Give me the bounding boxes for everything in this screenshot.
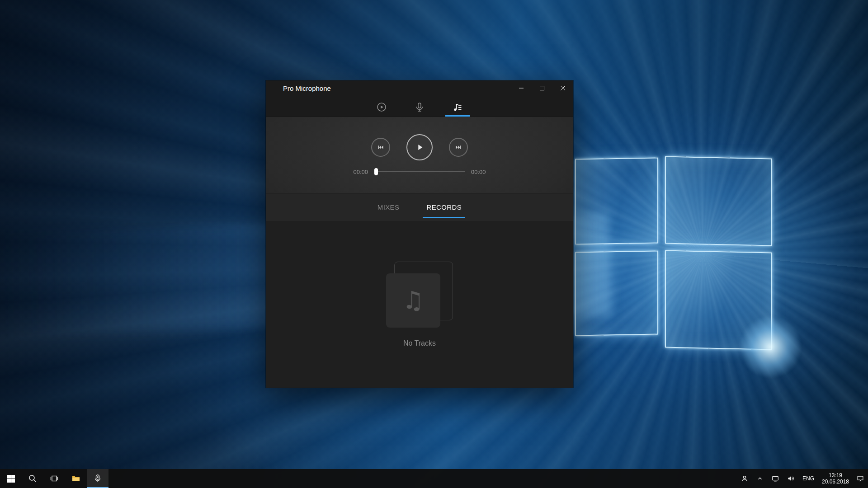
close-icon xyxy=(561,86,565,90)
windows-start-icon xyxy=(7,475,15,483)
play-icon xyxy=(414,141,425,153)
seek-thumb[interactable] xyxy=(374,168,378,175)
speaker-icon xyxy=(787,474,795,483)
progress-row: 00:00 00:00 xyxy=(353,168,486,176)
app-nav xyxy=(266,96,573,117)
tab-player[interactable] xyxy=(369,98,394,117)
language-indicator[interactable]: ENG xyxy=(798,469,818,488)
music-note-icon: ♫ xyxy=(402,286,424,314)
empty-state-label: No Tracks xyxy=(403,339,436,347)
play-circle-icon xyxy=(376,102,387,113)
window-controls xyxy=(511,80,573,96)
pro-microphone-taskbar-button[interactable] xyxy=(87,469,108,488)
records-content: ♫ No Tracks xyxy=(266,221,573,388)
player-panel: 00:00 00:00 xyxy=(266,117,573,193)
next-track-button[interactable] xyxy=(449,138,468,157)
action-center-button[interactable] xyxy=(853,469,868,488)
play-button[interactable] xyxy=(406,134,433,160)
people-button[interactable] xyxy=(737,469,752,488)
minimize-button[interactable] xyxy=(511,80,532,96)
network-icon xyxy=(771,474,779,483)
action-center-icon xyxy=(856,474,864,483)
taskbar-left xyxy=(0,469,108,488)
next-track-icon xyxy=(454,143,462,151)
maximize-button[interactable] xyxy=(532,80,552,96)
previous-track-icon xyxy=(377,143,385,151)
remaining-time-label: 00:00 xyxy=(471,169,486,175)
close-button[interactable] xyxy=(552,80,573,96)
people-icon xyxy=(741,474,749,483)
elapsed-time-label: 00:00 xyxy=(353,169,368,175)
list-tab-bar: MIXES RECORDS xyxy=(266,193,573,221)
clock[interactable]: 13:19 20.06.2018 xyxy=(818,469,853,488)
chevron-up-icon xyxy=(757,475,763,482)
search-button[interactable] xyxy=(22,469,43,488)
task-view-icon xyxy=(50,474,59,483)
microphone-icon xyxy=(414,102,425,113)
tab-records[interactable]: RECORDS xyxy=(424,193,464,221)
volume-button[interactable] xyxy=(783,469,798,488)
seek-slider[interactable] xyxy=(374,168,465,176)
show-hidden-icons-button[interactable] xyxy=(752,469,768,488)
search-icon xyxy=(28,474,37,483)
empty-note-tile: ♫ xyxy=(386,273,440,328)
file-explorer-button[interactable] xyxy=(65,469,87,488)
pro-microphone-app-icon xyxy=(93,474,102,483)
start-button[interactable] xyxy=(0,469,22,488)
maximize-icon xyxy=(540,86,544,90)
transport-controls xyxy=(371,134,468,160)
music-list-icon xyxy=(452,102,463,113)
seek-track xyxy=(374,171,465,172)
tab-microphone[interactable] xyxy=(407,98,432,117)
time-label: 13:19 xyxy=(829,472,842,479)
pro-microphone-window: Pro Microphone xyxy=(266,80,573,388)
tab-mixes[interactable]: MIXES xyxy=(375,193,402,221)
date-label: 20.06.2018 xyxy=(822,479,849,485)
window-title: Pro Microphone xyxy=(266,84,331,92)
previous-track-button[interactable] xyxy=(371,138,390,157)
minimize-icon xyxy=(519,86,524,90)
titlebar[interactable]: Pro Microphone xyxy=(266,80,573,96)
task-view-button[interactable] xyxy=(43,469,65,488)
folder-icon xyxy=(71,474,80,483)
desktop: Pro Microphone xyxy=(0,0,868,488)
taskbar: ENG 13:19 20.06.2018 xyxy=(0,469,868,488)
network-button[interactable] xyxy=(768,469,783,488)
tab-tracks[interactable] xyxy=(445,98,470,117)
empty-state-art: ♫ xyxy=(386,262,453,328)
system-tray: ENG 13:19 20.06.2018 xyxy=(737,469,868,488)
